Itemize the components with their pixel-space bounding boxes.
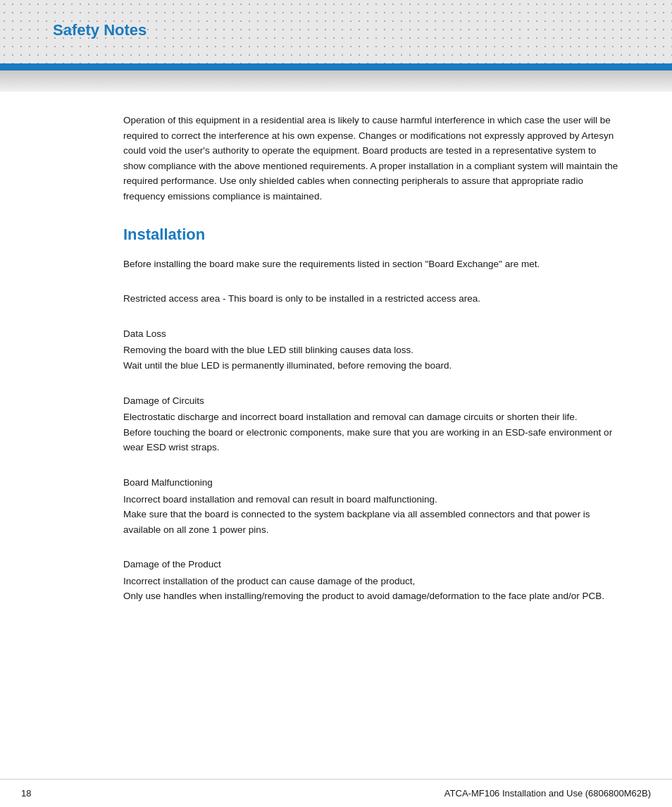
- note4-title: Damage of Circuits: [123, 393, 619, 409]
- note5-line2: Make sure that the board is connected to…: [123, 507, 619, 537]
- note4-line1: Electrostatic discharge and incorrect bo…: [123, 409, 619, 425]
- note6-line1: Incorrect installation of the product ca…: [123, 574, 619, 589]
- gray-bar: [0, 70, 672, 92]
- installation-note-4: Damage of Circuits Electrostatic dischar…: [123, 393, 619, 455]
- header-pattern: Safety Notes: [0, 0, 672, 63]
- installation-note-5: Board Malfunctioning Incorrect board ins…: [123, 475, 619, 537]
- note2-text: Restricted access area - This board is o…: [123, 291, 619, 307]
- page-title: Safety Notes: [53, 21, 147, 39]
- installation-note-3: Data Loss Removing the board with the bl…: [123, 326, 619, 374]
- footer: 18 ATCA-MF106 Installation and Use (6806…: [0, 779, 672, 807]
- note1-text: Before installing the board make sure th…: [123, 257, 619, 272]
- blue-stripe: [0, 63, 672, 70]
- installation-note-1: Before installing the board make sure th…: [123, 257, 619, 272]
- note3-line1: Removing the board with the blue LED sti…: [123, 343, 619, 358]
- installation-note-2: Restricted access area - This board is o…: [123, 291, 619, 307]
- installation-heading: Installation: [123, 226, 619, 244]
- note6-line2: Only use handles when installing/removin…: [123, 589, 619, 604]
- page-number: 18: [21, 788, 31, 799]
- note4-line2: Before touching the board or electronic …: [123, 425, 619, 455]
- note3-title: Data Loss: [123, 326, 619, 342]
- note6-title: Damage of the Product: [123, 557, 619, 572]
- doc-title: ATCA-MF106 Installation and Use (6806800…: [444, 788, 651, 799]
- main-content: Operation of this equipment in a residen…: [0, 92, 672, 666]
- installation-note-6: Damage of the Product Incorrect installa…: [123, 557, 619, 604]
- intro-paragraph: Operation of this equipment in a residen…: [123, 113, 619, 204]
- note5-title: Board Malfunctioning: [123, 475, 619, 491]
- note3-line2: Wait until the blue LED is permanently i…: [123, 358, 619, 374]
- note5-line1: Incorrect board installation and removal…: [123, 492, 619, 507]
